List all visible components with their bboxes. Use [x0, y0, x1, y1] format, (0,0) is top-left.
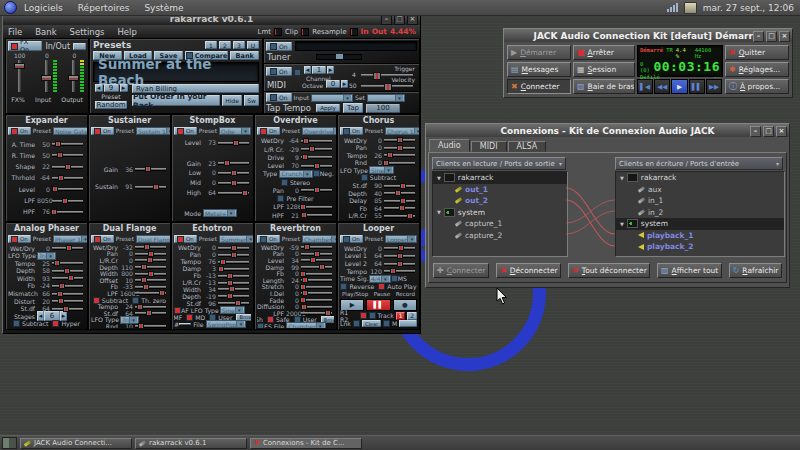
slider-handle[interactable] [395, 190, 401, 196]
track-1-button[interactable]: 1 [396, 312, 406, 320]
jack-titlebar[interactable]: JACK Audio Connection Kit [defaut] Démar… [504, 29, 792, 42]
effect-on-button[interactable]: On [8, 235, 31, 243]
param-slider[interactable] [218, 282, 249, 284]
file-dropdown[interactable]: Chamber▾ [286, 322, 325, 328]
param-slider[interactable] [52, 277, 83, 279]
param-slider[interactable] [301, 206, 332, 208]
slider-handle[interactable] [65, 164, 71, 170]
effect-on-button[interactable]: On [340, 235, 363, 243]
param-slider[interactable] [52, 308, 83, 310]
slider-handle[interactable] [302, 277, 308, 283]
slider-handle[interactable] [301, 304, 307, 310]
rk-menu-help[interactable]: Help [117, 27, 136, 37]
port-row-playback_2[interactable]: playback_2 [616, 241, 784, 253]
maximize-button[interactable]: □ [763, 126, 774, 137]
effect-on-button[interactable]: On [91, 235, 114, 243]
port-row-playback_1[interactable]: playback_1 [616, 230, 784, 242]
param-slider[interactable] [135, 279, 166, 281]
slider-handle[interactable] [301, 212, 307, 218]
slider-handle[interactable] [54, 260, 60, 266]
slider-handle[interactable] [302, 154, 308, 160]
led-indicator[interactable] [177, 128, 184, 135]
slider-handle[interactable] [63, 306, 69, 312]
effect-preset-dropdown[interactable]: Chorus 1▾ [385, 127, 420, 135]
slider-handle[interactable] [231, 252, 237, 258]
writable-clients-header[interactable]: Clients en écriture / Ports d'entrée▾ [615, 157, 783, 170]
led-indicator[interactable] [52, 320, 59, 327]
slider-handle[interactable] [397, 253, 403, 259]
slider-handle[interactable] [397, 261, 403, 267]
effect-preset-dropdown[interactable]: Phaser 1▾ [53, 235, 88, 243]
client-row-rakarrack[interactable]: ▼rakarrack [433, 172, 567, 184]
preset-prev-button[interactable]: ◂ [95, 84, 103, 92]
effect-preset-dropdown[interactable]: Overdrive▾ [302, 127, 337, 135]
slider-handle[interactable] [148, 251, 154, 257]
slider-handle[interactable] [383, 160, 389, 166]
slider-handle[interactable] [137, 304, 143, 310]
effect-preset-dropdown[interactable]: Looper▾ [385, 235, 418, 243]
distro-logo-icon[interactable] [4, 1, 17, 14]
param-slider[interactable] [218, 302, 249, 304]
bank-slot-3[interactable]: 3 [233, 41, 245, 49]
slider-handle[interactable] [59, 283, 65, 289]
jack-afficher-tout-button[interactable]: ▨Afficher tout [657, 263, 722, 278]
io-slider-output[interactable]: 0 [63, 52, 85, 96]
param-slider[interactable] [135, 273, 166, 275]
tap-on-button[interactable]: On [266, 93, 292, 102]
led-indicator[interactable] [361, 174, 368, 181]
param-slider[interactable] [301, 292, 332, 294]
slider-handle[interactable] [147, 257, 153, 263]
slider-handle[interactable] [314, 187, 320, 193]
led-indicator[interactable] [343, 236, 350, 243]
client-row-rakarrack[interactable]: ▼rakarrack [616, 172, 784, 184]
led-indicator[interactable] [186, 314, 193, 321]
play-button[interactable]: ▶ [671, 79, 687, 94]
slider-handle[interactable] [55, 141, 61, 147]
param-slider[interactable] [52, 262, 83, 264]
slider-handle[interactable] [390, 268, 396, 274]
port-row-capture_1[interactable]: capture_1 [433, 218, 567, 230]
param-slider[interactable] [52, 154, 83, 156]
slider-handle[interactable] [227, 273, 233, 279]
network-signal-icon[interactable] [667, 3, 678, 12]
rk-menu-bank[interactable]: Bank [35, 27, 56, 37]
checkbox-pre-filter[interactable]: Pre Filter [277, 195, 313, 202]
param-slider[interactable] [218, 261, 249, 263]
hide-button[interactable]: Hide [222, 95, 242, 106]
param-slider[interactable] [52, 200, 83, 202]
effect-preset-dropdown[interactable]: Summer▾ [219, 235, 254, 243]
effect-preset-dropdown[interactable]: Chamber▾ [302, 235, 337, 243]
param-slider[interactable] [384, 270, 415, 272]
midi-checkbox[interactable] [294, 69, 301, 76]
slider-handle[interactable] [303, 138, 309, 144]
param-slider[interactable] [384, 200, 415, 202]
slider-handle[interactable] [314, 251, 320, 257]
param-slider[interactable] [301, 253, 332, 255]
param-slider[interactable] [52, 285, 83, 287]
slider-handle[interactable] [325, 310, 331, 316]
tab-midi[interactable]: MIDI [471, 141, 507, 152]
menu-système[interactable]: Système [144, 3, 183, 13]
slider-handle[interactable] [235, 300, 241, 306]
param-dropdown[interactable]: Sine▾ [369, 166, 394, 174]
slider-handle[interactable] [397, 137, 403, 143]
midi-channel-value[interactable]: 1 [312, 66, 326, 74]
led-indicator[interactable] [383, 320, 390, 327]
param-slider[interactable] [52, 293, 83, 295]
pause-button[interactable]: ▌▌ [366, 299, 390, 311]
output-ports-tree[interactable]: ▼rakarrackout_1out_2▼systemcapture_1capt… [432, 171, 568, 257]
jack-démarrer-button[interactable]: ▶Démarrer [507, 45, 571, 60]
slider-handle[interactable] [314, 163, 320, 169]
jack-baie-de-brassage-button[interactable]: ▧Baie de brassage [573, 79, 635, 94]
slider-handle[interactable] [153, 184, 159, 190]
slider-handle[interactable] [148, 271, 154, 277]
io-slider-fx%[interactable]: 100 [9, 52, 31, 96]
jack-session-button[interactable]: ▦Session [573, 62, 635, 77]
led-indicator[interactable] [11, 128, 18, 135]
led-indicator[interactable] [343, 128, 350, 135]
checkbox-auto-play[interactable]: Auto Play [378, 283, 416, 290]
tap-apply-button[interactable]: Apply [316, 104, 340, 112]
skip-back-button[interactable]: ▌◀ [637, 79, 653, 94]
led-indicator[interactable] [391, 275, 398, 282]
led-indicator[interactable] [277, 195, 284, 202]
